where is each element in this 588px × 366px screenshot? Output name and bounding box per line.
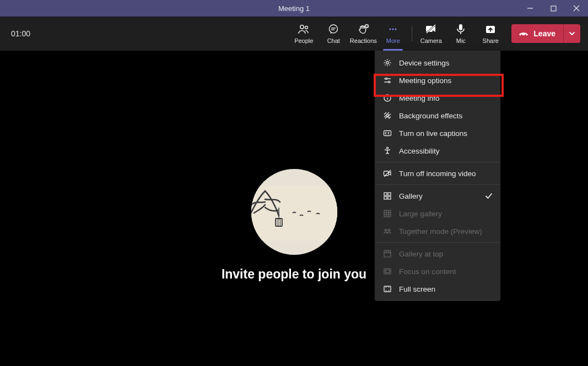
svg-point-13	[392, 28, 394, 30]
mic-label: Mic	[456, 37, 466, 44]
menu-gallery-at-top: Gallery at top	[375, 245, 500, 263]
leave-label: Leave	[533, 29, 555, 38]
meeting-window: Meeting 1 01:00	[0, 0, 588, 366]
svg-rect-18	[459, 24, 462, 30]
svg-point-31	[388, 81, 390, 83]
svg-point-10	[366, 26, 366, 26]
menu-full-screen[interactable]: Full screen	[375, 280, 500, 298]
svg-rect-45	[388, 193, 391, 195]
menu-label: Gallery at top	[399, 250, 443, 258]
menu-label: Meeting options	[399, 77, 451, 85]
camera-label: Camera	[420, 37, 442, 44]
svg-rect-40	[384, 131, 391, 136]
grid-icon	[382, 191, 392, 201]
close-icon	[573, 5, 580, 12]
menu-focus-on-content: Focus on content	[375, 263, 500, 280]
svg-line-35	[384, 112, 386, 114]
info-icon	[382, 93, 392, 103]
menu-separator	[375, 242, 500, 243]
camera-button[interactable]: Camera	[417, 19, 445, 48]
more-menu: Device settings Meeting options Meeting …	[375, 51, 500, 301]
menu-label: Device settings	[399, 59, 450, 67]
close-button[interactable]	[565, 0, 588, 17]
svg-rect-60	[386, 270, 390, 273]
svg-point-53	[385, 229, 386, 231]
avatar-image	[251, 185, 337, 241]
gear-icon	[382, 58, 392, 68]
menu-large-gallery: Large gallery	[375, 205, 500, 222]
menu-label: Background effects	[399, 112, 462, 120]
svg-point-34	[387, 96, 388, 97]
svg-point-29	[385, 78, 387, 79]
svg-point-39	[386, 114, 389, 117]
maximize-icon	[551, 6, 557, 12]
svg-rect-55	[384, 250, 391, 257]
menu-label: Together mode (Preview)	[399, 227, 482, 236]
svg-point-6	[330, 25, 338, 33]
maximize-button[interactable]	[542, 0, 565, 17]
people-button[interactable]: People	[289, 19, 318, 48]
svg-rect-1	[551, 6, 556, 11]
minimize-button[interactable]	[519, 0, 542, 17]
menu-separator	[375, 162, 500, 162]
menu-together-mode: Together mode (Preview)	[375, 222, 500, 240]
people-label: People	[294, 37, 313, 44]
elapsed-timer: 01:00	[11, 29, 30, 38]
chat-label: Chat	[327, 37, 340, 44]
svg-point-14	[395, 28, 397, 30]
menu-meeting-options[interactable]: Meeting options	[375, 72, 500, 89]
menu-meeting-info[interactable]: Meeting info	[375, 89, 500, 107]
people-icon	[298, 23, 310, 35]
leave-button[interactable]: Leave	[511, 24, 563, 43]
hangup-icon	[518, 30, 529, 37]
chevron-down-icon	[569, 30, 575, 37]
menu-device-settings[interactable]: Device settings	[375, 54, 500, 72]
menu-label: Large gallery	[399, 210, 442, 218]
menu-live-captions[interactable]: Turn on live captions	[375, 124, 500, 142]
accessibility-icon	[382, 146, 392, 156]
reactions-button[interactable]: Reactions	[349, 19, 377, 48]
leave-dropdown-button[interactable]	[563, 24, 580, 43]
chat-button[interactable]: Chat	[319, 19, 348, 48]
participant-avatar	[251, 169, 337, 255]
menu-label: Accessibility	[399, 147, 440, 155]
mic-button[interactable]: Mic	[446, 19, 475, 48]
svg-rect-59	[384, 269, 391, 274]
svg-point-4	[300, 25, 304, 29]
menu-background-effects[interactable]: Background effects	[375, 107, 500, 124]
camera-off-icon	[425, 23, 437, 35]
menu-accessibility[interactable]: Accessibility	[375, 142, 500, 160]
menu-label: Meeting info	[399, 94, 440, 102]
window-title: Meeting 1	[0, 4, 588, 13]
share-label: Share	[483, 37, 499, 44]
mic-icon	[456, 23, 466, 35]
leave-group: Leave	[511, 24, 580, 43]
focus-icon	[382, 266, 392, 276]
more-button[interactable]: More	[379, 19, 407, 48]
svg-rect-44	[384, 193, 387, 195]
menu-turn-off-incoming-video[interactable]: Turn off incoming video	[375, 165, 500, 182]
minimize-icon	[527, 5, 533, 12]
menu-label: Turn off incoming video	[399, 170, 476, 178]
menu-label: Gallery	[399, 192, 423, 200]
gallery-top-icon	[382, 249, 392, 259]
svg-rect-47	[388, 196, 391, 199]
share-button[interactable]: Share	[476, 19, 505, 48]
meeting-toolbar: 01:00 People	[0, 17, 588, 51]
svg-rect-61	[384, 286, 391, 292]
person-background-icon	[382, 111, 392, 121]
chat-icon	[328, 23, 339, 35]
video-off-icon	[382, 168, 392, 178]
menu-gallery[interactable]: Gallery	[375, 187, 500, 205]
grid-large-icon	[382, 209, 392, 218]
more-icon	[387, 23, 398, 35]
invite-text: Invite people to join you	[222, 267, 366, 282]
svg-rect-48	[384, 210, 391, 217]
svg-rect-21	[251, 185, 337, 241]
reactions-label: Reactions	[350, 37, 377, 44]
cc-icon	[382, 128, 392, 138]
title-bar: Meeting 1	[0, 0, 588, 17]
reactions-icon	[357, 23, 369, 35]
window-controls	[519, 0, 588, 17]
menu-label: Full screen	[399, 285, 435, 293]
